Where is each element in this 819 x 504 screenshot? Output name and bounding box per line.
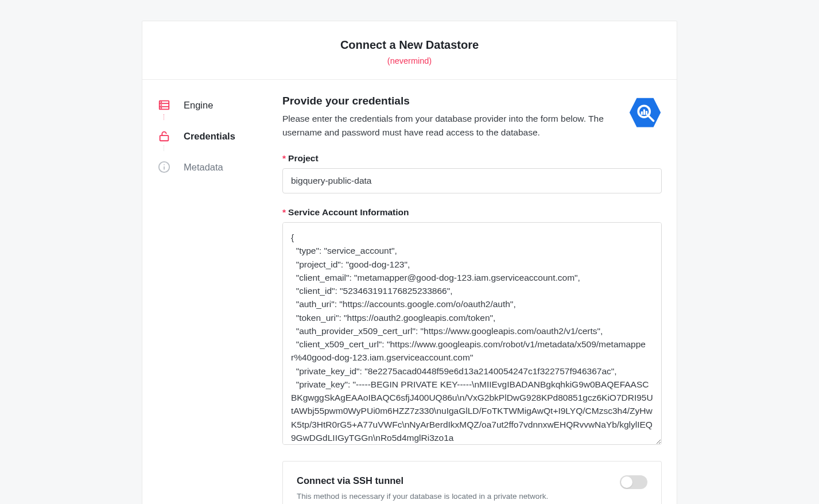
connect-datastore-card: Connect a New Datastore (nevermind) [142,21,677,504]
service-account-field: *Service Account Information [282,207,662,447]
card-header: Connect a New Datastore (nevermind) [142,21,677,80]
step-metadata[interactable]: Metadata [157,157,282,177]
credentials-form: Provide your credentials Please enter th… [282,95,662,504]
project-label: *Project [282,153,662,164]
service-account-textarea[interactable] [282,222,662,445]
unlock-icon [157,129,171,143]
ssh-toggle[interactable] [620,475,647,489]
step-connector [164,114,165,120]
step-label: Credentials [184,131,235,142]
setup-steps: Engine Credentials [157,95,282,504]
svg-rect-13 [641,111,643,115]
page-title: Connect a New Datastore [154,38,665,52]
step-engine[interactable]: Engine [157,95,282,115]
step-label: Engine [184,100,213,111]
toggle-knob [621,476,632,488]
form-title: Provide your credentials [282,95,604,107]
step-credentials[interactable]: Credentials [157,126,282,146]
service-account-label: *Service Account Information [282,207,662,218]
ssh-description: This method is necessary if your databas… [297,492,548,501]
project-field: *Project [282,153,662,193]
svg-point-9 [164,164,165,165]
ssh-panel: Connect via SSH tunnel This method is ne… [282,461,662,504]
cancel-link[interactable]: (nevermind) [154,56,665,65]
step-label: Metadata [184,162,223,173]
svg-point-3 [161,102,162,103]
svg-point-5 [161,108,162,108]
svg-rect-14 [643,110,645,115]
project-input[interactable] [282,168,662,193]
ssh-title: Connect via SSH tunnel [297,475,548,486]
database-icon [157,98,171,112]
info-icon [157,160,171,174]
step-connector [164,145,165,151]
svg-rect-6 [160,135,169,141]
form-description: Please enter the credentials from your d… [282,112,604,139]
svg-point-4 [161,105,162,106]
svg-rect-15 [646,111,647,115]
bigquery-icon [628,96,662,129]
